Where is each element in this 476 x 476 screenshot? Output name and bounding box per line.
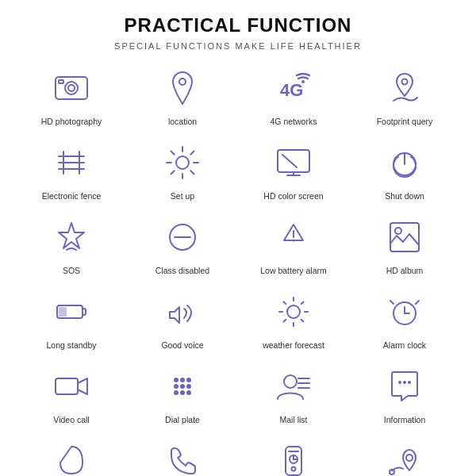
svg-point-51 bbox=[186, 390, 191, 395]
footprint-query-label: Footprint query bbox=[377, 113, 433, 130]
svg-line-35 bbox=[301, 302, 304, 305]
low-battery-alarm-icon bbox=[272, 216, 315, 259]
hd-photography-label: HD photography bbox=[41, 113, 102, 130]
electronic-fence-icon bbox=[50, 141, 93, 184]
cell-shut-down: Shut down bbox=[349, 136, 460, 208]
cell-electronic-fence: Electronic fence bbox=[16, 136, 127, 208]
svg-point-1 bbox=[65, 82, 78, 94]
sos-label: SOS bbox=[63, 262, 80, 279]
video-call-label: Video call bbox=[53, 411, 89, 428]
alarm-clock-label: Alarm clock bbox=[383, 336, 426, 354]
location-label: location bbox=[168, 113, 197, 130]
svg-point-48 bbox=[186, 384, 191, 389]
cell-footprint-query: Footprint query bbox=[349, 62, 460, 133]
good-voice-icon bbox=[161, 290, 204, 333]
svg-point-24 bbox=[395, 228, 401, 234]
svg-rect-27 bbox=[59, 307, 67, 317]
svg-point-66 bbox=[390, 470, 394, 474]
svg-point-52 bbox=[284, 375, 297, 388]
svg-point-43 bbox=[174, 378, 178, 382]
shut-down-icon bbox=[383, 141, 426, 184]
svg-rect-14 bbox=[278, 150, 309, 172]
svg-point-46 bbox=[174, 384, 178, 389]
hd-color-screen-icon bbox=[272, 141, 315, 184]
hd-album-label: HD album bbox=[386, 262, 424, 279]
dial-plate-label: Dial plate bbox=[165, 411, 200, 428]
svg-point-49 bbox=[174, 390, 178, 395]
svg-line-33 bbox=[284, 302, 286, 305]
cell-multiple-dials: Multiple dials bbox=[238, 435, 349, 476]
mail-list-icon bbox=[272, 365, 315, 408]
cell-good-voice: Good voice bbox=[127, 286, 238, 357]
long-standby-icon bbox=[50, 290, 93, 333]
cell-deep-waterproof: Deep waterproof bbox=[16, 435, 127, 476]
deep-waterproof-icon bbox=[50, 440, 93, 476]
svg-point-50 bbox=[180, 390, 185, 395]
cell-information: Information bbox=[349, 360, 460, 432]
svg-rect-42 bbox=[56, 378, 78, 394]
svg-point-57 bbox=[403, 381, 406, 384]
shut-down-label: Shut down bbox=[385, 187, 424, 205]
long-standby-label: Long standby bbox=[46, 336, 96, 354]
cell-weather-forecast: weather forecast bbox=[238, 286, 349, 357]
weather-forecast-icon bbox=[272, 290, 315, 333]
cell-class-disabled: Class disabled bbox=[127, 211, 238, 282]
cell-low-battery-alarm: Low battery alarm bbox=[238, 211, 349, 282]
low-battery-alarm-label: Low battery alarm bbox=[260, 262, 326, 279]
svg-point-60 bbox=[292, 467, 296, 471]
4g-networks-label: 4G networks bbox=[271, 113, 317, 130]
sos-icon bbox=[50, 216, 93, 259]
cell-sos: SOS bbox=[16, 211, 127, 282]
page: PRACTICAL FUNCTION SPECIAL FUNCTIONS MAK… bbox=[0, 0, 476, 476]
svg-line-36 bbox=[284, 320, 286, 322]
svg-point-45 bbox=[186, 378, 191, 382]
svg-text:4G: 4G bbox=[280, 80, 303, 100]
good-voice-label: Good voice bbox=[161, 336, 203, 354]
svg-point-22 bbox=[293, 240, 295, 242]
cell-hd-photography: HD photography bbox=[16, 62, 127, 133]
sub-title: SPECIAL FUNCTIONS MAKE LIFE HEALTHIER bbox=[114, 41, 362, 51]
voice-call-icon bbox=[161, 440, 204, 476]
class-disabled-icon bbox=[161, 216, 204, 259]
svg-point-13 bbox=[176, 156, 189, 169]
cell-4g-networks: 4G 4G networks bbox=[238, 62, 349, 133]
hd-color-screen-label: HD color screen bbox=[263, 187, 323, 205]
information-label: Information bbox=[384, 411, 426, 428]
features-grid: HD photography location 4G 4G networks bbox=[16, 62, 460, 476]
footprint-query-icon bbox=[383, 67, 426, 109]
svg-line-41 bbox=[416, 301, 419, 304]
cell-video-call: Video call bbox=[16, 360, 127, 432]
svg-point-44 bbox=[180, 378, 185, 382]
cell-hd-album: HD album bbox=[349, 211, 460, 282]
svg-rect-26 bbox=[83, 309, 86, 315]
svg-line-17 bbox=[282, 155, 297, 167]
set-up-label: Set up bbox=[171, 187, 194, 205]
dial-plate-icon bbox=[161, 365, 204, 408]
hd-album-icon bbox=[383, 216, 426, 259]
cell-voice-call: Voice call bbox=[127, 435, 238, 476]
cell-historical-footprint: Historical footprint bbox=[349, 435, 460, 476]
video-call-icon bbox=[50, 365, 93, 408]
electronic-fence-label: Electronic fence bbox=[42, 187, 102, 205]
svg-line-40 bbox=[390, 301, 393, 304]
set-up-icon bbox=[161, 141, 204, 184]
cell-location: location bbox=[127, 62, 238, 133]
svg-point-56 bbox=[398, 381, 401, 384]
historical-footprint-icon bbox=[383, 440, 426, 476]
svg-point-7 bbox=[402, 79, 408, 85]
cell-long-standby: Long standby bbox=[16, 286, 127, 357]
alarm-clock-icon bbox=[383, 290, 426, 333]
svg-point-6 bbox=[301, 80, 305, 83]
location-icon bbox=[161, 67, 204, 109]
svg-point-58 bbox=[408, 381, 411, 384]
cell-set-up: Set up bbox=[127, 136, 238, 208]
multiple-dials-icon bbox=[272, 440, 315, 476]
class-disabled-label: Class disabled bbox=[155, 262, 209, 279]
mail-list-label: Mail list bbox=[279, 411, 307, 428]
svg-point-47 bbox=[180, 384, 185, 389]
cell-dial-plate: Dial plate bbox=[127, 360, 238, 432]
svg-point-4 bbox=[179, 79, 186, 85]
svg-point-28 bbox=[287, 305, 300, 318]
cell-mail-list: Mail list bbox=[238, 360, 349, 432]
weather-forecast-label: weather forecast bbox=[263, 336, 324, 354]
